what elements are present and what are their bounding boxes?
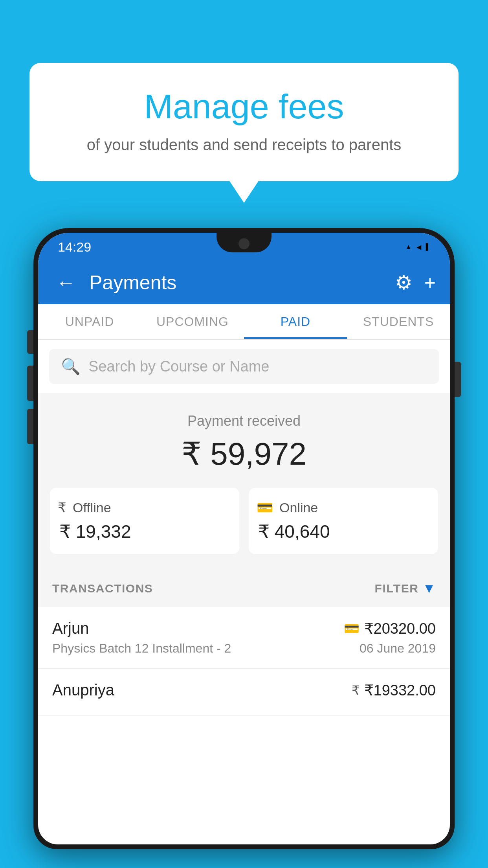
- settings-button[interactable]: ⚙: [395, 271, 413, 294]
- volume-silent-button: [27, 330, 33, 354]
- phone-device: 14:29 ▲ ◀ ▌ ← Payments ⚙ + UNPAID: [33, 228, 455, 868]
- app-bar-title: Payments: [89, 271, 385, 294]
- phone-outer-frame: 14:29 ▲ ◀ ▌ ← Payments ⚙ + UNPAID: [33, 228, 455, 849]
- tab-paid[interactable]: PAID: [244, 304, 347, 339]
- battery-icon: ▌: [426, 243, 430, 250]
- transaction-name: Anupriya: [52, 681, 114, 699]
- app-bar-actions: ⚙ +: [395, 271, 436, 294]
- tab-unpaid[interactable]: UNPAID: [38, 304, 141, 339]
- online-payment-card: 💳 Online ₹ 40,640: [249, 488, 438, 554]
- app-bar: ← Payments ⚙ +: [38, 261, 450, 304]
- wifi-icon: ▲: [405, 243, 412, 250]
- online-card-header: 💳 Online: [257, 500, 430, 515]
- transaction-detail-row: Physics Batch 12 Installment - 2 06 June…: [52, 641, 436, 656]
- transaction-list: Arjun 💳 ₹20320.00 Physics Batch 12 Insta…: [38, 607, 450, 716]
- transaction-date: 06 June 2019: [360, 641, 436, 656]
- transaction-row: Anupriya ₹ ₹19332.00: [52, 681, 436, 699]
- search-icon: 🔍: [61, 357, 81, 376]
- filter-label: FILTER: [375, 582, 419, 595]
- speech-bubble: Manage fees of your students and send re…: [29, 63, 459, 181]
- cash-payment-icon: ₹: [352, 683, 360, 698]
- filter-button[interactable]: FILTER ▼: [375, 581, 436, 596]
- power-button: [455, 362, 461, 397]
- tab-upcoming[interactable]: UPCOMING: [141, 304, 244, 339]
- transaction-amount: ₹19332.00: [364, 682, 436, 699]
- payment-received-label: Payment received: [50, 413, 438, 429]
- content-area: 🔍 Search by Course or Name Payment recei…: [38, 340, 450, 716]
- back-button[interactable]: ←: [52, 271, 80, 294]
- transaction-item[interactable]: Arjun 💳 ₹20320.00 Physics Batch 12 Insta…: [38, 607, 450, 669]
- payment-total-amount: ₹ 59,972: [50, 436, 438, 472]
- transaction-amount: ₹20320.00: [364, 620, 436, 637]
- transactions-header: TRANSACTIONS FILTER ▼: [38, 570, 450, 607]
- status-time: 14:29: [58, 239, 91, 255]
- offline-card-header: ₹ Offline: [58, 500, 231, 515]
- transaction-item[interactable]: Anupriya ₹ ₹19332.00: [38, 669, 450, 716]
- search-placeholder: Search by Course or Name: [88, 358, 269, 375]
- transaction-amount-wrap: 💳 ₹20320.00: [344, 620, 436, 637]
- volume-down-button: [27, 409, 33, 444]
- offline-amount: ₹ 19,332: [58, 521, 231, 542]
- tabs-container: UNPAID UPCOMING PAID STUDENTS: [38, 304, 450, 340]
- phone-screen: 14:29 ▲ ◀ ▌ ← Payments ⚙ + UNPAID: [38, 233, 450, 844]
- status-bar: 14:29 ▲ ◀ ▌: [38, 233, 450, 261]
- filter-icon: ▼: [422, 581, 436, 596]
- transaction-amount-wrap: ₹ ₹19332.00: [352, 682, 436, 699]
- signal-icon: ◀: [416, 243, 421, 251]
- online-label: Online: [279, 500, 318, 515]
- transaction-row: Arjun 💳 ₹20320.00: [52, 620, 436, 637]
- add-button[interactable]: +: [424, 271, 436, 294]
- payment-summary: Payment received ₹ 59,972 ₹ Offline ₹ 19…: [38, 393, 450, 570]
- status-icons: ▲ ◀ ▌: [405, 243, 430, 251]
- transaction-name: Arjun: [52, 620, 89, 637]
- online-amount: ₹ 40,640: [257, 521, 430, 542]
- offline-label: Offline: [73, 500, 111, 515]
- volume-up-button: [27, 366, 33, 401]
- cash-icon: ₹: [58, 500, 66, 515]
- transactions-label: TRANSACTIONS: [52, 582, 153, 595]
- search-bar-container: 🔍 Search by Course or Name: [38, 340, 450, 393]
- card-icon: 💳: [257, 500, 273, 515]
- offline-payment-card: ₹ Offline ₹ 19,332: [50, 488, 239, 554]
- search-bar[interactable]: 🔍 Search by Course or Name: [49, 349, 439, 384]
- bubble-title: Manage fees: [49, 86, 439, 127]
- transaction-course: Physics Batch 12 Installment - 2: [52, 641, 231, 656]
- bubble-subtitle: of your students and send receipts to pa…: [49, 136, 439, 154]
- payment-cards: ₹ Offline ₹ 19,332 💳 Online ₹ 40,640: [50, 488, 438, 554]
- tab-students[interactable]: STUDENTS: [347, 304, 450, 339]
- card-payment-icon: 💳: [344, 621, 360, 636]
